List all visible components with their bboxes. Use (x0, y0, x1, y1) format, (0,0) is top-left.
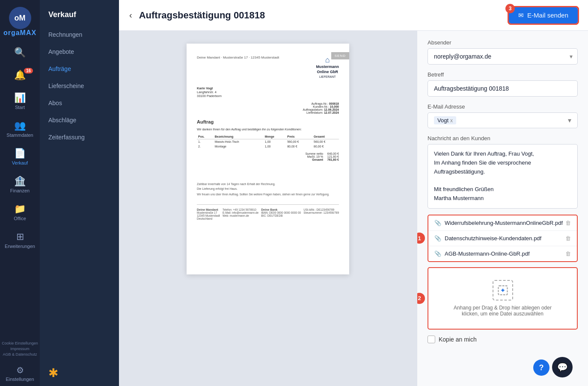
sidebar-item-erweiterungen[interactable]: ⊞ Erweiterungen (0, 225, 40, 253)
delete-attachment-3-button[interactable]: 🗑 (565, 250, 571, 257)
page-title: Auftragsbestätigung 001818 (139, 10, 509, 21)
attachment-item-2: 📎 Datenschutzhinweise-Kundendaten.pdf 🗑 (428, 231, 577, 246)
chart-icon: 📊 (14, 92, 26, 103)
col-total: Gesamt (312, 134, 339, 139)
chevron-down-icon: ▾ (568, 116, 571, 124)
sidebar-item-erweiterungen-label: Erweiterungen (5, 244, 35, 249)
upload-icon (493, 280, 513, 301)
sidebar-item-finanzen[interactable]: 🏦 Finanzen (0, 170, 40, 197)
paperclip-icon: 📎 (434, 220, 441, 226)
email-icon: ✉ (518, 12, 524, 19)
agb-link[interactable]: AGB & Datenschutz (3, 352, 37, 357)
notification-badge: 16 (24, 68, 33, 74)
email-send-button[interactable]: ✉ E-Mail senden (509, 7, 578, 24)
absender-select-wrapper: noreply@orgamax.de ▾ (428, 48, 578, 65)
doc-table: Pos. Bezeichnung Menge Preis Gesamt 1. M… (197, 134, 339, 149)
topbar: ‹ Auftragsbestätigung 001818 3 ✉ E-Mail … (119, 0, 588, 31)
main-content: ‹ Auftragsbestätigung 001818 3 ✉ E-Mail … (119, 0, 588, 386)
attachment-badge: 1 (417, 233, 425, 244)
sidebar-bottom: Cookie Einstellungen Impressum AGB & Dat… (0, 338, 40, 386)
remove-tag-button[interactable]: x (450, 118, 453, 124)
sub-sidebar-item-zeiterfassung[interactable]: Zeiterfassung (40, 129, 119, 146)
sidebar-item-office[interactable]: 📁 Office (0, 197, 40, 225)
sub-sidebar-item-auftraege[interactable]: Aufträge (40, 60, 119, 77)
footer-col-1: Deine Mandant Musterstraße 17 12345 Must… (197, 208, 220, 220)
cookie-settings-link[interactable]: Cookie Einstellungen (2, 341, 38, 345)
footer-col-2: Telefon: +49 1234 5678910 E-Mail: info@m… (223, 208, 258, 220)
col-price: Preis (286, 134, 312, 139)
doc-recipient-name: Karin Vogt (197, 86, 339, 90)
document-preview: Deine Mandant · Musterstraße 17 · 12345 … (119, 31, 417, 386)
doc-stamp: SEND (331, 52, 349, 59)
drop-zone-text: Anhang per Drag & Drop hier ablegen oder… (454, 305, 552, 317)
sub-sidebar-verkauf-icon[interactable]: ✱ (40, 360, 119, 386)
impressum-link[interactable]: Impressum (10, 347, 30, 351)
attachment-item-1: 📎 Widerrufsbelehrung-MustermannOnlineGbR… (428, 215, 577, 231)
drop-zone-badge: 2 (417, 293, 425, 304)
help-button[interactable]: ? (533, 359, 549, 376)
doc-intro: Wir danken Ihnen für den Auftrag und bes… (197, 128, 339, 131)
nachricht-label: Nachricht an den Kunden (428, 135, 578, 141)
back-button[interactable]: ‹ (129, 10, 132, 20)
absender-label: Absender (428, 39, 578, 46)
drop-zone-wrapper: 2 Anhang per Drag & Drop hier ablegen od… (428, 267, 578, 330)
paperclip-icon: 📎 (434, 250, 441, 257)
doc-recipient-street: Langfahrstr. 4 (197, 90, 339, 94)
sidebar-item-stammdaten-label: Stammdaten (6, 133, 33, 138)
sidebar-item-search[interactable]: 🔍 (0, 41, 40, 64)
sub-sidebar-item-lieferscheine[interactable]: Lieferscheine (40, 77, 119, 94)
copy-checkbox[interactable] (428, 336, 435, 343)
absender-select[interactable]: noreply@orgamax.de ▾ (428, 48, 578, 65)
delete-attachment-2-button[interactable]: 🗑 (565, 235, 571, 242)
doc-sender-address: Deine Mandant · Musterstraße 17 · 12345 … (197, 56, 279, 59)
send-button-badge: 3 (505, 4, 515, 13)
sub-sidebar-item-rechnungen[interactable]: Rechnungen (40, 26, 119, 43)
sidebar-item-office-label: Office (14, 216, 26, 221)
doc-payment-note: Zahlbar innerhalb von 14 Tagen nach Erha… (197, 174, 339, 196)
content-area: Deine Mandant · Musterstraße 17 · 12345 … (119, 31, 588, 386)
sub-sidebar-item-angebote[interactable]: Angebote (40, 43, 119, 60)
sidebar-item-start-label: Start (15, 105, 25, 110)
chat-icon: 💬 (557, 362, 568, 372)
sub-sidebar-item-abschlaege[interactable]: Abschläge (40, 112, 119, 129)
sub-sidebar-item-abos[interactable]: Abos (40, 94, 119, 112)
attachment-name-3: AGB-Mustermann-Online-GbR.pdf (445, 250, 530, 257)
copy-label: Kopie an mich (439, 336, 477, 343)
main-sidebar: oM orgaMAX 🔍 🔔 16 📊 Start 👥 Stammdaten 📄… (0, 0, 40, 386)
email-adresse-label: E-Mail Adresse (428, 103, 578, 110)
attachment-name-1: Widerrufsbelehrung-MustermannOnlineGbR.p… (445, 220, 563, 226)
paperclip-icon: 📎 (434, 235, 441, 242)
brand-name: orgaMAX (3, 29, 36, 37)
einstellungen-label: Einstellungen (6, 377, 34, 382)
sidebar-item-finanzen-label: Finanzen (10, 188, 30, 193)
avatar: oM (9, 7, 31, 29)
folder-icon: 📁 (14, 203, 26, 215)
email-tag-box[interactable]: Vogt x ▾ (428, 112, 578, 128)
doc-title: Auftrag (197, 119, 339, 124)
chat-button[interactable]: 💬 (552, 357, 573, 377)
grid-icon: ⊞ (16, 231, 24, 242)
search-icon: 🔍 (14, 47, 26, 58)
brand-logo: oM orgaMAX (0, 0, 40, 41)
col-qty: Menge (264, 134, 286, 139)
doc-bottom-footer: Deine Mandant Musterstraße 17 12345 Must… (197, 204, 339, 220)
doc-totals: Summe netto 640,00 € MwSt. 19 % 121,60 €… (197, 152, 339, 161)
table-row: 1. Massiv-Holz-Tisch 1,00 560,00 € 560,0… (197, 139, 339, 144)
right-panel: Absender noreply@orgamax.de ▾ Betreff E-… (417, 31, 588, 386)
sidebar-item-verkauf-label: Verkauf (12, 160, 28, 165)
footer-links: Cookie Einstellungen Impressum AGB & Dat… (0, 338, 40, 361)
sidebar-item-start[interactable]: 📊 Start (0, 86, 40, 114)
attachment-name-2: Datenschutzhinweise-Kundendaten.pdf (445, 235, 541, 242)
delete-attachment-1-button[interactable]: 🗑 (565, 220, 571, 226)
betreff-input[interactable] (428, 80, 578, 97)
sidebar-item-stammdaten[interactable]: 👥 Stammdaten (0, 114, 40, 142)
nachricht-textarea[interactable]: Vielen Dank für Ihren Auftrag, Frau Vogt… (428, 144, 578, 209)
copy-row: Kopie an mich (428, 336, 578, 343)
betreff-label: Betreff (428, 71, 578, 78)
file-drop-zone[interactable]: Anhang per Drag & Drop hier ablegen oder… (428, 267, 578, 330)
sidebar-item-verkauf[interactable]: 📄 Verkauf (0, 142, 40, 170)
sidebar-item-notifications[interactable]: 🔔 16 (0, 64, 40, 86)
doc-address: Karin Vogt Langfahrstr. 4 33100 Paderbor… (197, 86, 339, 98)
email-tag: Vogt x (434, 116, 456, 124)
sidebar-item-einstellungen[interactable]: ⚙ Einstellungen (0, 361, 40, 386)
